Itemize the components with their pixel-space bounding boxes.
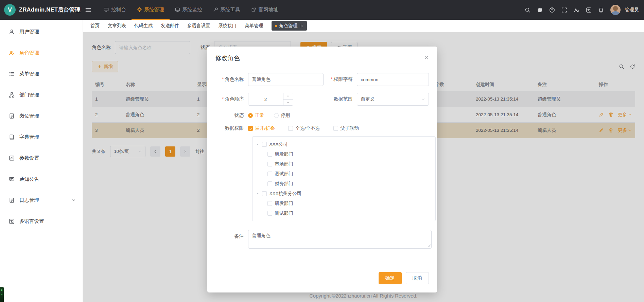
delete-role-button[interactable]: [608, 112, 613, 117]
stepper-increase-button[interactable]: [283, 93, 293, 100]
tree-node[interactable]: 市场部门: [253, 159, 435, 169]
tree-node-checkbox[interactable]: [267, 211, 272, 216]
page-tab[interactable]: 文章列表: [108, 23, 126, 29]
chevron-down-icon: [286, 101, 290, 104]
data-scope-select[interactable]: 自定义: [357, 93, 429, 106]
page-tab[interactable]: 角色管理: [272, 21, 307, 31]
dialog-close-button[interactable]: [424, 55, 429, 60]
tree-node-checkbox[interactable]: [267, 181, 272, 186]
topnav-item[interactable]: 控制台: [98, 0, 132, 20]
chevron-down-icon: [421, 97, 425, 101]
sidebar-item[interactable]: 日志管理: [0, 190, 83, 211]
close-tab-button[interactable]: [300, 24, 303, 28]
sidebar-item[interactable]: 用户管理: [0, 21, 83, 42]
table-search-toggle-button[interactable]: [619, 64, 624, 69]
notifications-button[interactable]: [596, 5, 606, 15]
perm-toggle-checkbox[interactable]: 展开/折叠: [248, 125, 275, 131]
sidebar-item-label: 岗位管理: [19, 113, 39, 119]
page-tab[interactable]: 系统接口: [219, 23, 237, 29]
header-search-button[interactable]: [523, 5, 533, 15]
chevron-down-icon: [628, 113, 632, 117]
page-tab[interactable]: 菜单管理: [245, 23, 263, 29]
trash-icon: [608, 128, 613, 133]
chevron-down-icon: [71, 198, 76, 202]
topnav-item-label: 系统工具: [221, 6, 240, 13]
next-page-button[interactable]: [180, 146, 190, 157]
user-avatar[interactable]: [610, 5, 621, 15]
user-name[interactable]: 管理员: [625, 7, 639, 13]
tree-node[interactable]: 财务部门: [253, 179, 435, 189]
sidebar-item-label: 日志管理: [19, 197, 39, 203]
github-link[interactable]: [535, 5, 545, 15]
sidebar-item[interactable]: 部门管理: [0, 84, 83, 105]
cancel-button[interactable]: 取消: [406, 272, 429, 284]
page-tab-label: 角色管理: [279, 23, 298, 29]
tree-node-checkbox[interactable]: [267, 201, 272, 206]
topnav-item[interactable]: 系统工具: [208, 0, 246, 20]
page-tab[interactable]: 多语言设置: [187, 23, 210, 29]
tree-node-checkbox[interactable]: [267, 152, 272, 157]
tree-node[interactable]: XXX杭州分公司: [253, 189, 435, 198]
sidebar-item[interactable]: 参数设置: [0, 147, 83, 168]
tree-node[interactable]: 测试部门: [253, 208, 435, 218]
page-tab[interactable]: 首页: [90, 23, 100, 29]
page-size-select[interactable]: 10条/页: [110, 146, 145, 157]
stepper-decrease-button[interactable]: [283, 100, 293, 106]
tree-node[interactable]: XXX公司: [253, 139, 435, 149]
sidebar-item[interactable]: 多语言设置: [0, 211, 83, 232]
sidebar-item[interactable]: 角色管理: [0, 42, 83, 63]
tree-node-checkbox[interactable]: [267, 172, 272, 176]
font-size-button[interactable]: [572, 5, 582, 15]
tree-node-checkbox[interactable]: [267, 162, 272, 166]
tree-node-checkbox[interactable]: [262, 191, 267, 196]
sidebar-item[interactable]: 字典管理: [0, 126, 83, 147]
role-order-input[interactable]: [248, 93, 283, 105]
table-refresh-button[interactable]: [630, 64, 635, 69]
checkbox-box: [288, 126, 293, 131]
role-name-filter-input[interactable]: [115, 41, 190, 54]
app-title: ZRAdmin.NET后台管理: [19, 6, 81, 14]
perm-char-input[interactable]: [357, 73, 429, 86]
tree-node[interactable]: 研发部门: [253, 149, 435, 159]
trash-icon: [608, 112, 613, 117]
sidebar-item-label: 参数设置: [19, 155, 39, 161]
sidebar-item[interactable]: 菜单管理: [0, 63, 83, 84]
page-tab[interactable]: 发送邮件: [161, 23, 179, 29]
sidebar-item[interactable]: 通知公告: [0, 168, 83, 190]
tree-expand-caret[interactable]: [255, 143, 260, 146]
help-button[interactable]: [547, 5, 557, 15]
current-page-button[interactable]: 1: [165, 146, 175, 157]
language-switch-button[interactable]: [584, 5, 594, 15]
role-name-input[interactable]: [248, 73, 324, 86]
perm-toggle-checkbox[interactable]: 全选/全不选: [288, 125, 319, 131]
perm-char-label-text: 权限字符: [334, 76, 353, 82]
delete-role-button[interactable]: [608, 128, 613, 133]
confirm-button[interactable]: 确定: [379, 272, 402, 284]
page-tab[interactable]: 代码生成: [134, 23, 153, 29]
edit-role-button[interactable]: [599, 128, 604, 133]
tree-expand-caret[interactable]: [255, 192, 260, 195]
tree-node[interactable]: 研发部门: [253, 198, 435, 208]
more-actions-button[interactable]: 更多: [618, 112, 632, 118]
add-role-button[interactable]: 新增: [92, 61, 118, 72]
sidebar-item-label: 多语言设置: [19, 218, 44, 225]
tree-node-checkbox[interactable]: [262, 142, 267, 147]
fullscreen-button[interactable]: [559, 5, 570, 15]
perm-toggle-checkbox[interactable]: 父子联动: [333, 125, 359, 131]
more-actions-button[interactable]: 更多: [618, 127, 632, 134]
status-radio[interactable]: 停用: [274, 112, 290, 119]
fullscreen-icon: [561, 7, 567, 13]
monitor-icon: [175, 7, 180, 12]
sidebar-toggle-button[interactable]: [85, 7, 91, 13]
prev-page-button[interactable]: [150, 146, 160, 157]
remark-textarea[interactable]: 普通角色: [248, 230, 432, 249]
status-radio[interactable]: 正常: [248, 112, 264, 119]
sidebar-menu: 用户管理角色管理菜单管理部门管理岗位管理字典管理参数设置通知公告日志管理多语言设…: [0, 20, 83, 302]
topnav-item[interactable]: 系统监控: [170, 0, 208, 20]
edit-role-button[interactable]: [599, 112, 604, 117]
tree-node[interactable]: 测试部门: [253, 169, 435, 179]
required-asterisk: *: [222, 76, 224, 82]
topnav-item[interactable]: 官网地址: [246, 0, 284, 20]
topnav-item[interactable]: 系统管理: [132, 0, 170, 20]
sidebar-item[interactable]: 岗位管理: [0, 105, 83, 126]
